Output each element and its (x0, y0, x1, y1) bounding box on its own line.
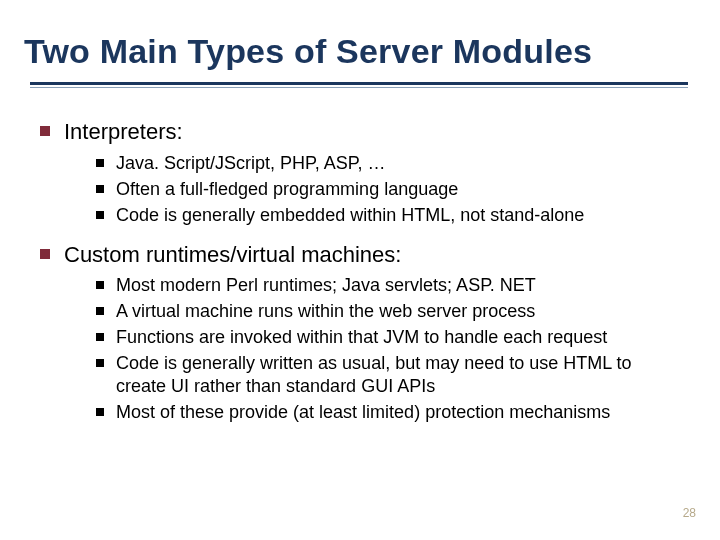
list-item-text: Most modern Perl runtimes; Java servlets… (116, 274, 536, 297)
list-item: Often a full-fledged programming languag… (96, 178, 682, 201)
square-bullet-icon (40, 126, 50, 136)
list-item: Functions are invoked within that JVM to… (96, 326, 682, 349)
square-bullet-icon (96, 359, 104, 367)
square-bullet-icon (96, 281, 104, 289)
list-item-text: Most of these provide (at least limited)… (116, 401, 610, 424)
section-items: Most modern Perl runtimes; Java servlets… (96, 274, 682, 424)
square-bullet-icon (96, 408, 104, 416)
list-item-text: Code is generally embedded within HTML, … (116, 204, 584, 227)
title-underline (30, 82, 688, 88)
page-number: 28 (683, 506, 696, 520)
slide-body: Interpreters: Java. Script/JScript, PHP,… (40, 118, 682, 438)
list-item: Java. Script/JScript, PHP, ASP, … (96, 152, 682, 175)
list-item: A virtual machine runs within the web se… (96, 300, 682, 323)
square-bullet-icon (96, 211, 104, 219)
list-item-text: Functions are invoked within that JVM to… (116, 326, 607, 349)
list-item-text: Often a full-fledged programming languag… (116, 178, 458, 201)
list-item-text: A virtual machine runs within the web se… (116, 300, 535, 323)
slide: Two Main Types of Server Modules Interpr… (0, 0, 720, 540)
square-bullet-icon (96, 185, 104, 193)
section-heading: Interpreters: (40, 118, 682, 146)
square-bullet-icon (40, 249, 50, 259)
slide-title: Two Main Types of Server Modules (24, 32, 592, 71)
list-item: Code is generally written as usual, but … (96, 352, 682, 398)
section-heading-text: Custom runtimes/virtual machines: (64, 241, 401, 269)
list-item-text: Java. Script/JScript, PHP, ASP, … (116, 152, 385, 175)
section-heading-text: Interpreters: (64, 118, 183, 146)
list-item-text: Code is generally written as usual, but … (116, 352, 676, 398)
section-items: Java. Script/JScript, PHP, ASP, … Often … (96, 152, 682, 227)
square-bullet-icon (96, 159, 104, 167)
square-bullet-icon (96, 333, 104, 341)
list-item: Code is generally embedded within HTML, … (96, 204, 682, 227)
list-item: Most of these provide (at least limited)… (96, 401, 682, 424)
section-heading: Custom runtimes/virtual machines: (40, 241, 682, 269)
list-item: Most modern Perl runtimes; Java servlets… (96, 274, 682, 297)
square-bullet-icon (96, 307, 104, 315)
